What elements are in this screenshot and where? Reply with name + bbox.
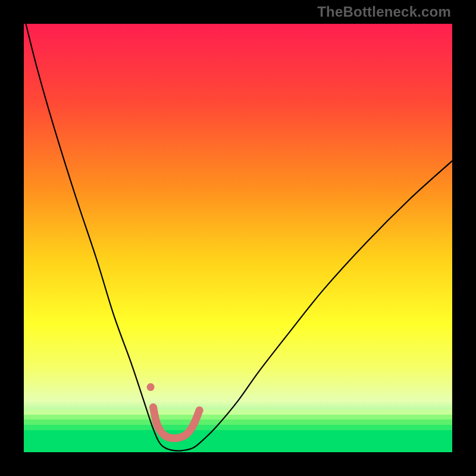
- plot-area: [24, 24, 452, 452]
- threshold-marker: [153, 407, 199, 438]
- watermark-text: TheBottleneck.com: [317, 4, 451, 20]
- chart-frame: TheBottleneck.com: [0, 0, 476, 476]
- bottleneck-curve: [24, 24, 452, 451]
- threshold-marker-dot: [147, 383, 155, 391]
- curve-layer: [24, 24, 452, 452]
